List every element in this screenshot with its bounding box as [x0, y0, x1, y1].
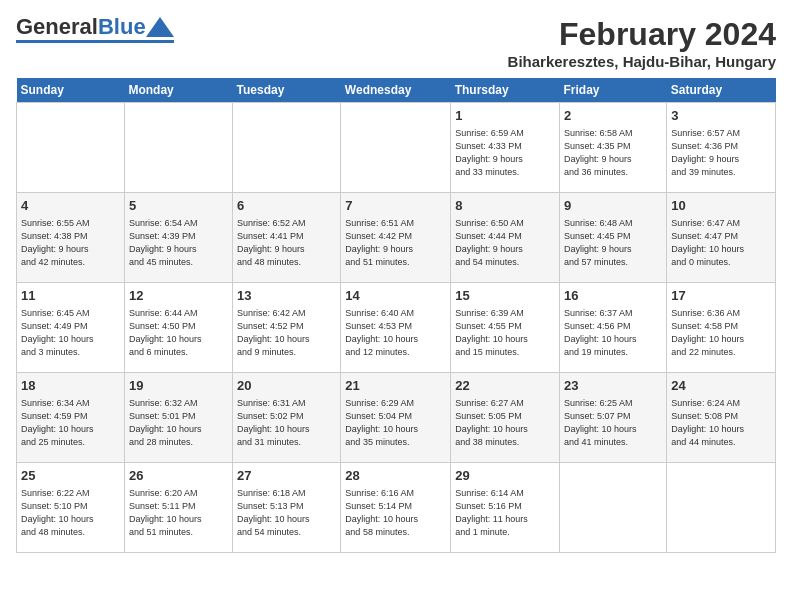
column-header-sunday: Sunday [17, 78, 125, 103]
day-number: 19 [129, 377, 228, 395]
day-info: Sunrise: 6:44 AM Sunset: 4:50 PM Dayligh… [129, 307, 228, 359]
column-header-wednesday: Wednesday [341, 78, 451, 103]
calendar-cell: 4Sunrise: 6:55 AM Sunset: 4:38 PM Daylig… [17, 193, 125, 283]
day-info: Sunrise: 6:51 AM Sunset: 4:42 PM Dayligh… [345, 217, 446, 269]
calendar-week-row: 25Sunrise: 6:22 AM Sunset: 5:10 PM Dayli… [17, 463, 776, 553]
day-info: Sunrise: 6:58 AM Sunset: 4:35 PM Dayligh… [564, 127, 662, 179]
day-number: 8 [455, 197, 555, 215]
calendar-cell [667, 463, 776, 553]
day-info: Sunrise: 6:40 AM Sunset: 4:53 PM Dayligh… [345, 307, 446, 359]
day-info: Sunrise: 6:32 AM Sunset: 5:01 PM Dayligh… [129, 397, 228, 449]
day-number: 2 [564, 107, 662, 125]
day-number: 22 [455, 377, 555, 395]
calendar-cell: 9Sunrise: 6:48 AM Sunset: 4:45 PM Daylig… [560, 193, 667, 283]
day-info: Sunrise: 6:36 AM Sunset: 4:58 PM Dayligh… [671, 307, 771, 359]
day-number: 6 [237, 197, 336, 215]
day-number: 15 [455, 287, 555, 305]
column-header-thursday: Thursday [451, 78, 560, 103]
day-info: Sunrise: 6:16 AM Sunset: 5:14 PM Dayligh… [345, 487, 446, 539]
day-info: Sunrise: 6:25 AM Sunset: 5:07 PM Dayligh… [564, 397, 662, 449]
calendar-cell: 15Sunrise: 6:39 AM Sunset: 4:55 PM Dayli… [451, 283, 560, 373]
calendar-week-row: 18Sunrise: 6:34 AM Sunset: 4:59 PM Dayli… [17, 373, 776, 463]
calendar-cell [341, 103, 451, 193]
logo-text: GeneralBlue [16, 16, 146, 38]
day-info: Sunrise: 6:24 AM Sunset: 5:08 PM Dayligh… [671, 397, 771, 449]
day-info: Sunrise: 6:55 AM Sunset: 4:38 PM Dayligh… [21, 217, 120, 269]
calendar-cell [560, 463, 667, 553]
day-info: Sunrise: 6:57 AM Sunset: 4:36 PM Dayligh… [671, 127, 771, 179]
day-number: 24 [671, 377, 771, 395]
calendar-cell: 18Sunrise: 6:34 AM Sunset: 4:59 PM Dayli… [17, 373, 125, 463]
day-number: 12 [129, 287, 228, 305]
day-number: 17 [671, 287, 771, 305]
day-number: 11 [21, 287, 120, 305]
day-number: 14 [345, 287, 446, 305]
calendar-cell [233, 103, 341, 193]
calendar-cell: 28Sunrise: 6:16 AM Sunset: 5:14 PM Dayli… [341, 463, 451, 553]
location-title: Biharkeresztes, Hajdu-Bihar, Hungary [508, 53, 776, 70]
calendar-week-row: 4Sunrise: 6:55 AM Sunset: 4:38 PM Daylig… [17, 193, 776, 283]
calendar-cell: 5Sunrise: 6:54 AM Sunset: 4:39 PM Daylig… [124, 193, 232, 283]
calendar-cell: 16Sunrise: 6:37 AM Sunset: 4:56 PM Dayli… [560, 283, 667, 373]
calendar-header-row: SundayMondayTuesdayWednesdayThursdayFrid… [17, 78, 776, 103]
calendar-cell: 7Sunrise: 6:51 AM Sunset: 4:42 PM Daylig… [341, 193, 451, 283]
calendar-cell: 17Sunrise: 6:36 AM Sunset: 4:58 PM Dayli… [667, 283, 776, 373]
day-info: Sunrise: 6:42 AM Sunset: 4:52 PM Dayligh… [237, 307, 336, 359]
day-info: Sunrise: 6:20 AM Sunset: 5:11 PM Dayligh… [129, 487, 228, 539]
day-info: Sunrise: 6:54 AM Sunset: 4:39 PM Dayligh… [129, 217, 228, 269]
day-info: Sunrise: 6:50 AM Sunset: 4:44 PM Dayligh… [455, 217, 555, 269]
calendar-cell: 29Sunrise: 6:14 AM Sunset: 5:16 PM Dayli… [451, 463, 560, 553]
calendar-cell: 14Sunrise: 6:40 AM Sunset: 4:53 PM Dayli… [341, 283, 451, 373]
day-number: 20 [237, 377, 336, 395]
day-info: Sunrise: 6:59 AM Sunset: 4:33 PM Dayligh… [455, 127, 555, 179]
day-info: Sunrise: 6:48 AM Sunset: 4:45 PM Dayligh… [564, 217, 662, 269]
day-number: 10 [671, 197, 771, 215]
day-info: Sunrise: 6:37 AM Sunset: 4:56 PM Dayligh… [564, 307, 662, 359]
column-header-monday: Monday [124, 78, 232, 103]
day-info: Sunrise: 6:22 AM Sunset: 5:10 PM Dayligh… [21, 487, 120, 539]
day-number: 9 [564, 197, 662, 215]
day-info: Sunrise: 6:18 AM Sunset: 5:13 PM Dayligh… [237, 487, 336, 539]
page-header: GeneralBlue February 2024 Biharkeresztes… [16, 16, 776, 70]
day-number: 16 [564, 287, 662, 305]
day-info: Sunrise: 6:31 AM Sunset: 5:02 PM Dayligh… [237, 397, 336, 449]
day-info: Sunrise: 6:45 AM Sunset: 4:49 PM Dayligh… [21, 307, 120, 359]
day-number: 1 [455, 107, 555, 125]
calendar-cell: 26Sunrise: 6:20 AM Sunset: 5:11 PM Dayli… [124, 463, 232, 553]
day-number: 5 [129, 197, 228, 215]
calendar-cell: 10Sunrise: 6:47 AM Sunset: 4:47 PM Dayli… [667, 193, 776, 283]
logo-general: General [16, 14, 98, 39]
day-info: Sunrise: 6:14 AM Sunset: 5:16 PM Dayligh… [455, 487, 555, 539]
calendar-cell [124, 103, 232, 193]
column-header-friday: Friday [560, 78, 667, 103]
calendar-cell: 22Sunrise: 6:27 AM Sunset: 5:05 PM Dayli… [451, 373, 560, 463]
calendar-cell: 20Sunrise: 6:31 AM Sunset: 5:02 PM Dayli… [233, 373, 341, 463]
logo: GeneralBlue [16, 16, 174, 43]
day-info: Sunrise: 6:34 AM Sunset: 4:59 PM Dayligh… [21, 397, 120, 449]
calendar-week-row: 11Sunrise: 6:45 AM Sunset: 4:49 PM Dayli… [17, 283, 776, 373]
column-header-saturday: Saturday [667, 78, 776, 103]
day-number: 26 [129, 467, 228, 485]
column-header-tuesday: Tuesday [233, 78, 341, 103]
calendar-cell [17, 103, 125, 193]
day-number: 29 [455, 467, 555, 485]
day-number: 18 [21, 377, 120, 395]
calendar-cell: 24Sunrise: 6:24 AM Sunset: 5:08 PM Dayli… [667, 373, 776, 463]
calendar-cell: 12Sunrise: 6:44 AM Sunset: 4:50 PM Dayli… [124, 283, 232, 373]
day-number: 27 [237, 467, 336, 485]
calendar-cell: 11Sunrise: 6:45 AM Sunset: 4:49 PM Dayli… [17, 283, 125, 373]
day-number: 25 [21, 467, 120, 485]
day-info: Sunrise: 6:29 AM Sunset: 5:04 PM Dayligh… [345, 397, 446, 449]
calendar-cell: 3Sunrise: 6:57 AM Sunset: 4:36 PM Daylig… [667, 103, 776, 193]
calendar-table: SundayMondayTuesdayWednesdayThursdayFrid… [16, 78, 776, 553]
day-number: 21 [345, 377, 446, 395]
day-number: 28 [345, 467, 446, 485]
logo-blue: Blue [98, 14, 146, 39]
day-number: 4 [21, 197, 120, 215]
logo-icon [146, 17, 174, 37]
day-number: 3 [671, 107, 771, 125]
title-area: February 2024 Biharkeresztes, Hajdu-Biha… [508, 16, 776, 70]
day-number: 7 [345, 197, 446, 215]
day-info: Sunrise: 6:27 AM Sunset: 5:05 PM Dayligh… [455, 397, 555, 449]
svg-marker-0 [146, 17, 174, 37]
